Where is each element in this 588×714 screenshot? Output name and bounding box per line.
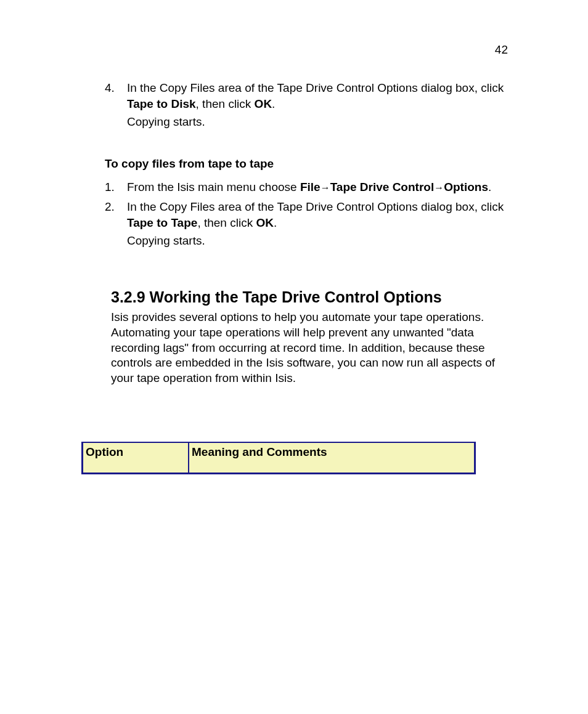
text: , then click <box>196 97 255 110</box>
list-subtext: Copying starts. <box>127 234 508 248</box>
table-header-option: Option <box>83 442 189 474</box>
sub-heading-copy-tape: To copy files from tape to tape <box>105 157 508 171</box>
arrow-icon: → <box>434 182 444 193</box>
bold-ok: OK <box>256 216 274 229</box>
bold-file: File <box>300 181 321 193</box>
bold-tape-drive-control: Tape Drive Control <box>330 181 435 193</box>
page: 42 4. In the Copy Files area of the Tape… <box>0 0 588 714</box>
bold-tape-to-tape: Tape to Tape <box>127 216 197 229</box>
list-text: In the Copy Files area of the Tape Drive… <box>127 199 508 230</box>
page-number: 42 <box>495 43 508 57</box>
list-item-2: 2. In the Copy Files area of the Tape Dr… <box>105 199 508 230</box>
table-header-meaning: Meaning and Comments <box>189 442 475 474</box>
text: . <box>488 181 491 193</box>
list-item-4: 4. In the Copy Files area of the Tape Dr… <box>105 80 508 112</box>
text: In the Copy Files area of the Tape Drive… <box>127 200 504 213</box>
options-table: Option Meaning and Comments <box>81 442 476 474</box>
text: In the Copy Files area of the Tape Drive… <box>127 81 504 94</box>
section-body: Isis provides several options to help yo… <box>111 310 502 386</box>
section-heading-329: 3.2.9 Working the Tape Drive Control Opt… <box>111 288 508 306</box>
list-number: 2. <box>105 199 127 230</box>
bold-options: Options <box>444 181 488 193</box>
text: . <box>274 216 277 229</box>
list-number: 1. <box>105 179 127 195</box>
text: From the Isis main menu choose <box>127 181 300 193</box>
table-header-row: Option Meaning and Comments <box>83 442 475 474</box>
content: 4. In the Copy Files area of the Tape Dr… <box>105 80 508 474</box>
bold-tape-to-disk: Tape to Disk <box>127 97 196 110</box>
text: , then click <box>197 216 256 229</box>
text: . <box>272 97 275 110</box>
arrow-icon: → <box>321 182 330 193</box>
list-number: 4. <box>105 80 127 112</box>
list-item-1: 1. From the Isis main menu choose File→T… <box>105 179 508 195</box>
list-subtext: Copying starts. <box>127 115 508 129</box>
list-text: In the Copy Files area of the Tape Drive… <box>127 80 508 112</box>
list-text: From the Isis main menu choose File→Tape… <box>127 179 491 195</box>
options-table-wrap: Option Meaning and Comments <box>81 442 508 474</box>
bold-ok: OK <box>255 97 272 110</box>
